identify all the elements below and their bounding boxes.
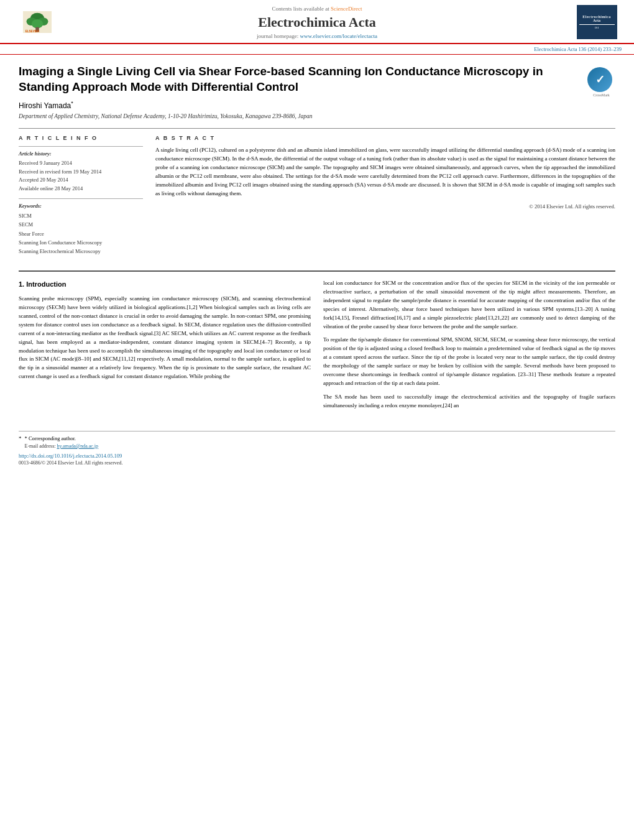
article-info-label: A R T I C L E I N F O: [19, 135, 143, 141]
journal-logo-box: Electrochimica Acta ISI: [577, 5, 617, 39]
email-note: E-mail address: hy.amada@nda.ac.jp: [25, 443, 99, 450]
title-section: Imaging a Single Living Cell via Shear F…: [19, 64, 615, 95]
journal-homepage: journal homepage: www.elsevier.com/locat…: [75, 33, 559, 39]
elsevier-logo: ELSEVIER: [12, 5, 62, 39]
homepage-link[interactable]: www.elsevier.com/locate/electacta: [300, 33, 377, 39]
journal-header: ELSEVIER Contents lists available at Sci…: [0, 0, 634, 44]
article-body: Imaging a Single Living Cell via Shear F…: [0, 55, 634, 425]
history-label: Article history:: [19, 150, 143, 157]
keywords-section: Keywords: SICM SECM Shear Force Scanning…: [19, 198, 143, 256]
page-wrapper: ELSEVIER Contents lists available at Sci…: [0, 0, 634, 840]
intro-para-1: Scanning probe microscopy (SPM), especia…: [19, 295, 311, 381]
copyright-footer: 0013-4686/© 2014 Elsevier Ltd. All right…: [19, 460, 615, 466]
left-column: A R T I C L E I N F O Article history: R…: [19, 135, 143, 261]
accepted-date: Accepted 20 May 2014: [19, 176, 143, 185]
author-name: Hiroshi Yamada*: [19, 100, 615, 110]
abstract-text: A single living cell (PC12), cultured on…: [155, 146, 615, 198]
abstract-label: A B S T R A C T: [155, 135, 615, 141]
article-history: Article history: Received 9 January 2014…: [19, 146, 143, 193]
revised-date: Received in revised form 19 May 2014: [19, 168, 143, 177]
article-top-bar: Electrochimica Acta 136 (2014) 233–239: [0, 44, 634, 55]
journal-title-header: Electrochimica Acta: [75, 14, 559, 30]
article-info-section: A R T I C L E I N F O Article history: R…: [19, 128, 615, 261]
intro-para-2: local ion conductance for SICM or the co…: [323, 279, 615, 331]
two-col-content: 1. Introduction Scanning probe microscop…: [19, 279, 615, 415]
intro-para-3: To regulate the tip/sample distance for …: [323, 336, 615, 388]
corresponding-author-note: * Corresponding author.: [25, 435, 99, 441]
email-link[interactable]: hy.amada@nda.ac.jp: [57, 443, 98, 449]
keyword-3: Shear Force: [19, 229, 143, 238]
journal-ref: Electrochimica Acta 136 (2014) 233–239: [534, 46, 622, 52]
page-footer: * * Corresponding author. E-mail address…: [19, 431, 615, 466]
keyword-5: Scanning Electrochemical Microscopy: [19, 247, 143, 256]
content-col-right: local ion conductance for SICM or the co…: [323, 279, 615, 415]
doi-footer[interactable]: http://dx.doi.org/10.1016/j.electacta.20…: [19, 453, 615, 459]
journal-logo-right: Electrochimica Acta ISI: [572, 5, 622, 39]
received-date: Received 9 January 2014: [19, 159, 143, 168]
crossmark-icon: ✓: [587, 67, 612, 92]
science-direct-link[interactable]: ScienceDirect: [331, 6, 362, 12]
available-online-date: Available online 28 May 2014: [19, 185, 143, 193]
keyword-2: SECM: [19, 220, 143, 229]
svg-point-4: [32, 19, 43, 29]
journal-info-top: Contents lists available at ScienceDirec…: [75, 6, 559, 12]
svg-text:ELSEVIER: ELSEVIER: [25, 30, 40, 33]
footnote-star: *: [19, 435, 22, 441]
keywords-label: Keywords:: [19, 203, 143, 209]
main-content: 1. Introduction Scanning probe microscop…: [19, 270, 615, 415]
header-center: Contents lists available at ScienceDirec…: [62, 6, 572, 39]
section-1-title: 1. Introduction: [19, 279, 311, 290]
right-column: A B S T R A C T A single living cell (PC…: [155, 135, 615, 261]
content-col-left: 1. Introduction Scanning probe microscop…: [19, 279, 311, 415]
intro-para-4: The SA mode has been used to successfull…: [323, 393, 615, 410]
copyright-text: © 2014 Elsevier Ltd. All rights reserved…: [155, 203, 615, 210]
keyword-4: Scanning Ion Conductance Microscopy: [19, 238, 143, 247]
article-title: Imaging a Single Living Cell via Shear F…: [19, 64, 578, 95]
crossmark-logo: ✓ CrossMark: [587, 67, 615, 95]
author-affiliation: Department of Applied Chemistry, Nationa…: [19, 113, 615, 121]
keyword-1: SICM: [19, 211, 143, 220]
